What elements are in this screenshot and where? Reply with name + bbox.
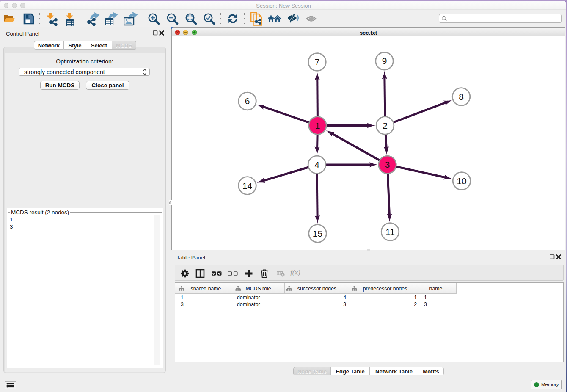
svg-text:7: 7 xyxy=(315,57,320,67)
svg-text:10: 10 xyxy=(457,176,466,186)
svg-text:4: 4 xyxy=(314,160,319,169)
svg-text:8: 8 xyxy=(459,92,464,102)
svg-text:15: 15 xyxy=(313,229,322,238)
svg-text:2: 2 xyxy=(383,121,388,130)
svg-text:14: 14 xyxy=(242,181,253,190)
svg-text:9: 9 xyxy=(382,56,387,66)
svg-text:6: 6 xyxy=(245,96,250,106)
svg-text:1: 1 xyxy=(315,121,320,130)
svg-text:11: 11 xyxy=(385,227,395,237)
svg-text:3: 3 xyxy=(385,160,390,169)
